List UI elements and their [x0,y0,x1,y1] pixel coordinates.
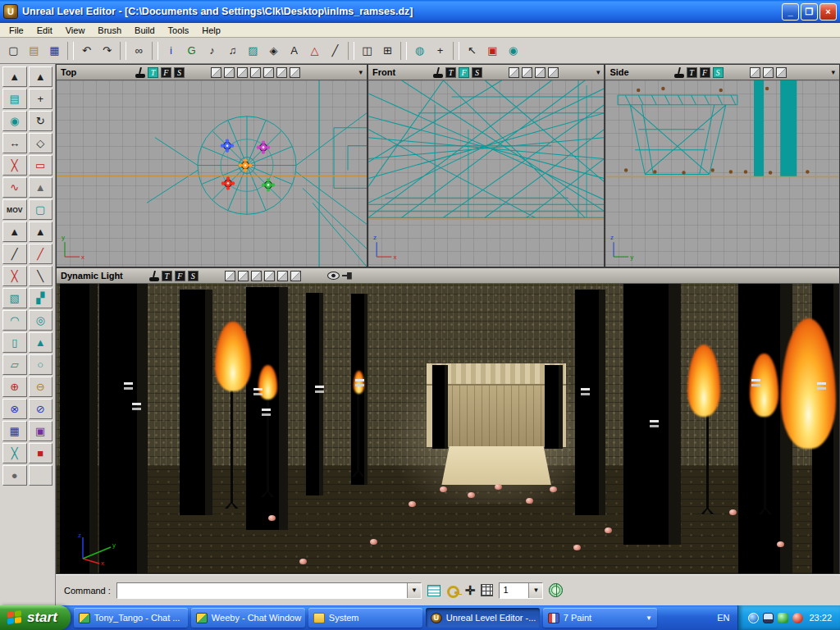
render-mode-cube-icon[interactable] [276,67,287,78]
menu-file[interactable]: File [2,24,30,37]
tray-display-icon[interactable] [763,613,774,623]
sphere-widget-icon[interactable] [549,583,563,597]
scale-mode-icon[interactable]: ◇ [29,133,53,153]
grid-size-dropdown-arrow-icon[interactable]: ▼ [528,583,542,598]
maximize-button[interactable]: ❐ [801,3,818,21]
tray-help-icon[interactable] [748,613,759,623]
toolbox-scroll-mid-right-icon[interactable]: ▲ [29,221,53,242]
grid-size-value[interactable]: 1 [500,583,528,598]
mode-s-button[interactable]: S [472,67,482,78]
mode-t-button[interactable]: T [687,67,697,78]
undo-icon[interactable]: ↶ [76,40,97,61]
csg-intersect-icon[interactable]: ⊗ [2,399,27,419]
mode-s-button[interactable]: S [174,67,185,78]
add-volume-icon[interactable]: △ [304,40,325,61]
add-mover-icon[interactable]: ▣ [482,40,503,61]
lock-icon[interactable] [446,584,459,597]
viewport-top-canvas[interactable]: y x [57,80,367,267]
joystick-icon[interactable] [135,67,145,78]
open-folder-icon[interactable]: ▤ [2,89,27,109]
music-browser-icon[interactable]: ♪ [202,40,222,61]
render-mode-cube-icon[interactable] [263,67,274,78]
group-browser-icon[interactable]: G [181,40,202,61]
light-actor-green[interactable] [262,178,275,191]
render-mode-cube-icon[interactable] [224,67,235,78]
pen-tool-red-icon[interactable]: ╱ [29,244,53,264]
move-icon[interactable]: ✛ [465,584,476,596]
grid-toggle-icon[interactable] [481,584,493,596]
command-input[interactable] [117,583,407,598]
render-mode-cube-icon[interactable] [290,67,300,78]
menu-view[interactable]: View [59,24,92,37]
mode-s-button[interactable]: S [713,67,724,78]
light-actor-red[interactable] [221,176,235,189]
task-weeby[interactable]: Weeby - Chat Window [191,608,305,628]
freehand-polygon-icon[interactable]: ╲ [29,266,53,286]
marquee-select-icon[interactable]: ▭ [29,155,53,176]
sheet-builder-icon[interactable]: ▱ [2,354,27,375]
joystick-icon[interactable] [149,271,159,281]
menu-build[interactable]: Build [128,24,161,37]
log-window-icon[interactable] [427,585,441,596]
new-map-icon[interactable]: ▢ [3,40,24,61]
close-button[interactable]: × [819,3,837,21]
render-mode-cube-icon[interactable] [225,271,235,281]
cone-builder-icon[interactable]: ▲ [29,332,53,353]
render-mode-cube-icon[interactable] [237,67,248,78]
joystick-icon[interactable] [674,67,684,78]
tray-antivirus-icon[interactable] [792,613,803,623]
render-mode-cube-icon[interactable] [264,271,275,281]
mirror-tool-icon[interactable]: ╳ [2,155,27,176]
camera-align-icon[interactable]: + [430,40,450,61]
brush-clip-icon[interactable]: ╳ [2,266,27,286]
camera-move-mode-icon[interactable]: + [29,89,53,109]
menu-edit[interactable]: Edit [30,24,59,37]
mode-f-button[interactable]: F [175,271,185,281]
realtime-preview-icon[interactable]: ◍ [409,40,430,61]
rotate-mode-icon[interactable]: ↻ [29,111,53,131]
task-unreal-editor[interactable]: U Unreal Level Editor -... [426,608,540,628]
language-indicator[interactable]: EN [712,613,734,623]
viewport-side-canvas[interactable]: z y [605,80,839,267]
brush-cube-icon[interactable]: ▢ [29,199,53,220]
mode-t-button[interactable]: T [148,67,158,78]
start-button[interactable]: start [0,605,71,630]
stairs-builder-icon[interactable]: ▞ [29,288,53,308]
search-actors-icon[interactable]: ∞ [129,40,149,61]
translate-mode-icon[interactable]: ↔ [2,133,27,153]
open-map-icon[interactable]: ▤ [24,40,44,61]
render-mode-cube-icon[interactable] [750,67,760,78]
csg-add-icon[interactable]: ⊕ [2,377,27,397]
mode-f-button[interactable]: F [700,67,710,78]
mode-t-button[interactable]: T [162,271,172,281]
terrain-tool-icon[interactable]: ▲ [29,177,53,198]
actor-class-browser-icon[interactable]: A [284,40,304,61]
actor-properties-icon[interactable]: i [161,40,181,61]
viewport-menu-chevron-icon[interactable]: ▾ [596,68,600,76]
mesh-browser-icon[interactable]: ◈ [263,40,284,61]
2d-shape-editor-icon[interactable]: ╱ [325,40,345,61]
csg-deintersect-icon[interactable]: ⊘ [29,399,53,419]
toolbox-scroll-up-right-icon[interactable]: ▲ [29,66,53,87]
curved-stairs-builder-icon[interactable]: ◠ [2,310,27,331]
light-actor-magenta[interactable] [257,140,270,153]
texture-browser-icon[interactable]: ▨ [243,40,263,61]
pen-tool-icon[interactable]: ╱ [2,244,27,264]
save-map-icon[interactable]: ▦ [44,40,65,61]
matinee-tool-icon[interactable]: MOV [2,199,27,220]
deselect-all-icon[interactable]: ╳ [2,443,27,463]
taskbar-clock[interactable]: 23:22 [809,613,832,623]
select-mode-icon[interactable]: ↖ [462,40,482,61]
render-mode-cube-icon[interactable] [250,67,261,78]
task-tony-tango[interactable]: Tony_Tango - Chat ... [74,608,188,628]
csg-subtract-icon[interactable]: ⊖ [29,377,53,397]
viewport-front-canvas[interactable]: z x [368,80,604,267]
render-mode-cube-icon[interactable] [548,67,559,78]
spiral-stairs-builder-icon[interactable]: ◎ [29,310,53,331]
render-mode-cube-icon[interactable] [290,271,301,281]
render-mode-cube-icon[interactable] [277,271,288,281]
mode-f-button[interactable]: F [459,67,469,78]
sphere-builder-icon[interactable]: ○ [29,354,53,375]
build-options-icon[interactable]: ◉ [503,40,523,61]
task-system[interactable]: System [308,608,422,628]
